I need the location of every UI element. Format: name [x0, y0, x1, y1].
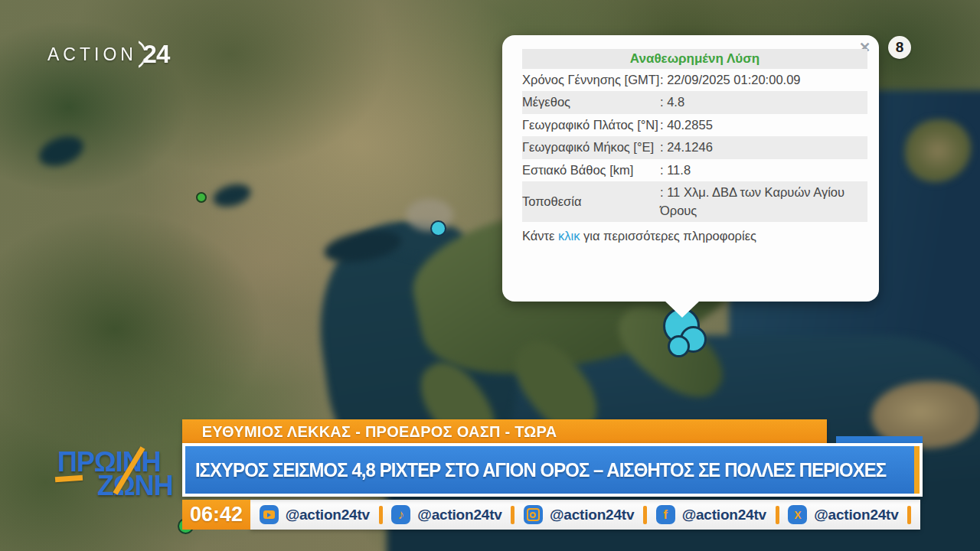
earthquake-marker-old[interactable]: [196, 192, 207, 203]
row-value: : 22/09/2025 01:20:00.09: [660, 70, 867, 90]
footer-text: Κάντε: [522, 229, 558, 243]
map-lake: [211, 181, 253, 210]
table-row: Εστιακό Βάθος [km] : 11.8: [522, 159, 867, 181]
table-row: Μέγεθος : 4.8: [522, 91, 867, 113]
row-label: Γεωγραφικό Πλάτος [°N]: [522, 115, 660, 135]
social-item-facebook: f @action24tv: [656, 505, 766, 524]
show-logo-proini-zoni: ΠΡΩΙΝΗ ΖΩΝΗ: [57, 446, 195, 506]
facebook-icon: f: [656, 505, 675, 524]
channel-logo-24: 24: [139, 35, 177, 73]
social-item-tiktok: ♪ @action24tv: [391, 505, 501, 524]
age-rating-value: 8: [896, 39, 904, 56]
table-row: Χρόνος Γέννησης [GMT] : 22/09/2025 01:20…: [522, 69, 867, 91]
row-label: Χρόνος Γέννησης [GMT]: [522, 70, 660, 90]
earthquake-marker-thessaloniki[interactable]: [430, 220, 446, 236]
social-item-youtube: @action24tv: [260, 505, 370, 524]
social-bar: @action24tv ♪ @action24tv @action24tv f …: [250, 500, 920, 530]
broadcast-frame: ACTION 24 8 ✕ Αναθεωρημένη Λύση Χρόνος Γ…: [0, 0, 980, 551]
footer-text: για περισσότερες πληροφορίες: [580, 229, 756, 243]
table-row: Τοποθεσία : 11 Χλμ. ΔΒΔ των Καρυών Αγίου…: [522, 181, 867, 222]
youtube-icon: [260, 505, 279, 524]
headline-banner: ΙΣΧΥΡΟΣ ΣΕΙΣΜΟΣ 4,8 ΡΙΧΤΕΡ ΣΤΟ ΑΓΙΟΝ ΟΡΟ…: [182, 443, 923, 497]
earthquake-marker-aftershock[interactable]: [668, 335, 690, 357]
social-handle: @action24tv: [682, 507, 766, 523]
row-value: : 4.8: [660, 92, 867, 112]
row-value: : 11 Χλμ. ΔΒΔ των Καρυών Αγίου Όρους: [660, 182, 867, 221]
popup-footer: Κάντε κλικ για περισσότερες πληροφορίες: [522, 227, 867, 245]
social-handle: @action24tv: [286, 507, 370, 523]
separator-bar: [907, 506, 911, 524]
headline-orange-accent: [914, 446, 920, 494]
instagram-icon: [524, 505, 543, 524]
age-rating-badge: 8: [888, 36, 911, 59]
table-row: Γεωγραφικό Μήκος [°E] : 24.1246: [522, 136, 867, 158]
separator-bar: [776, 506, 779, 524]
kicker-text: ΕΥΘΥΜΙΟΣ ΛΕΚΚΑΣ - ΠΡΟΕΔΡΟΣ ΟΑΣΠ - ΤΩΡΑ: [182, 422, 557, 441]
channel-logo: ACTION 24: [47, 35, 177, 73]
row-label: Τοποθεσία: [522, 191, 660, 212]
social-handle: @action24tv: [550, 507, 634, 523]
channel-logo-word: ACTION: [47, 44, 137, 65]
popup-title: Αναθεωρημένη Λύση: [522, 49, 867, 69]
row-value: : 24.1246: [660, 137, 867, 158]
show-logo-dash-accent: [55, 475, 83, 482]
headline-banner-inner: ΙΣΧΥΡΟΣ ΣΕΙΣΜΟΣ 4,8 ΡΙΧΤΕΡ ΣΤΟ ΑΓΙΟΝ ΟΡΟ…: [185, 446, 920, 494]
separator-bar: [511, 506, 514, 524]
separator-bar: [379, 506, 383, 524]
more-info-link[interactable]: κλικ: [558, 229, 580, 243]
map-lake: [35, 131, 87, 171]
clock-time: 06:42: [190, 503, 243, 527]
tiktok-icon: ♪: [391, 505, 410, 524]
row-label: Γεωγραφικό Μήκος [°E]: [522, 137, 660, 158]
row-label: Εστιακό Βάθος [km]: [522, 160, 660, 181]
popup-callout-pointer: [665, 301, 700, 318]
earthquake-data-table: Αναθεωρημένη Λύση Χρόνος Γέννησης [GMT] …: [522, 49, 867, 245]
earthquake-info-popup: ✕ Αναθεωρημένη Λύση Χρόνος Γέννησης [GMT…: [502, 35, 879, 302]
row-value: : 40.2855: [660, 115, 867, 135]
row-value: : 11.8: [660, 160, 867, 181]
table-row: Γεωγραφικό Πλάτος [°N] : 40.2855: [522, 114, 867, 136]
kicker-banner: ΕΥΘΥΜΙΟΣ ΛΕΚΚΑΣ - ΠΡΟΕΔΡΟΣ ΟΑΣΠ - ΤΩΡΑ: [182, 419, 827, 443]
row-label: Μέγεθος: [522, 92, 660, 112]
social-item-instagram: @action24tv: [524, 505, 634, 524]
separator-bar: [643, 506, 647, 524]
social-handle: @action24tv: [417, 507, 501, 523]
social-handle: @action24tv: [814, 507, 898, 523]
headline-text: ΙΣΧΥΡΟΣ ΣΕΙΣΜΟΣ 4,8 ΡΙΧΤΕΡ ΣΤΟ ΑΓΙΟΝ ΟΡΟ…: [185, 458, 886, 482]
social-item-x: X @action24tv: [788, 505, 898, 524]
x-icon: X: [788, 505, 807, 524]
clock: 06:42: [182, 500, 250, 530]
show-logo-line2: ΖΩΝΗ: [97, 470, 173, 502]
